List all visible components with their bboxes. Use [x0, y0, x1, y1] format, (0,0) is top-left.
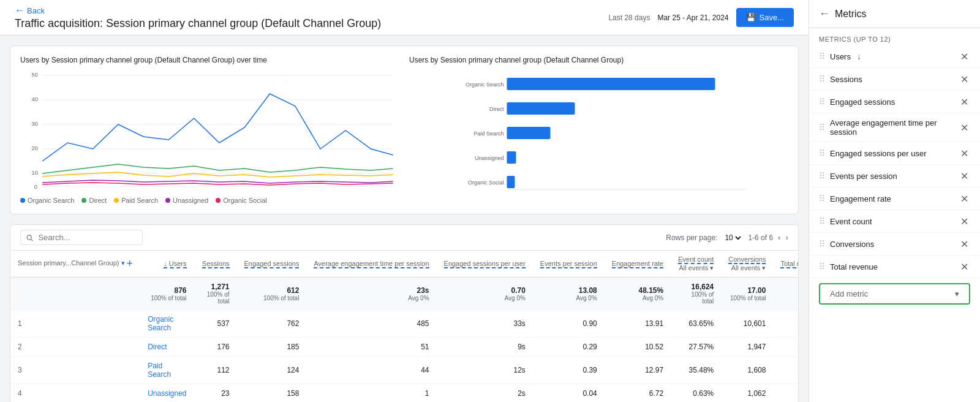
metrics-sidebar: ← Metrics METRICS (UP TO 12) ⠿ Users ↓ ✕… [809, 0, 980, 402]
search-icon [26, 233, 33, 242]
pagination-next[interactable]: › [786, 233, 788, 242]
drag-handle-icon[interactable]: ⠿ [819, 148, 825, 158]
row-users: 176 [194, 338, 237, 357]
rows-per-page-label: Rows per page: [666, 233, 717, 242]
metric-item-2: ⠿ Engaged sessions ✕ [809, 91, 980, 113]
svg-text:01 Apr: 01 Apr [140, 191, 155, 192]
metric-remove-button[interactable]: ✕ [958, 147, 970, 159]
metric-item-7: ⠿ Event count ✕ [809, 210, 980, 233]
col-header-events-per-session[interactable]: Events per session [533, 251, 605, 278]
col-header-conversions[interactable]: Conversions All events ▾ [721, 251, 773, 278]
row-rank: 1 [10, 310, 140, 338]
legend-dot [165, 198, 170, 203]
sidebar-back-arrow-icon[interactable]: ← [819, 7, 830, 20]
svg-text:10: 10 [32, 170, 38, 176]
dimension-sort-icon[interactable]: ▾ [121, 259, 125, 267]
add-col-button[interactable]: + [127, 257, 134, 270]
row-engaged-sessions: 44 [306, 357, 436, 384]
drag-handle-icon[interactable]: ⠿ [819, 171, 825, 181]
col-header-engagement-rate[interactable]: Engagement rate [605, 251, 671, 278]
page-title: Traffic acquisition: Session primary cha… [15, 17, 381, 30]
total-revenue: $0.00 [773, 278, 798, 310]
search-wrap[interactable] [20, 230, 143, 245]
row-avg-engagement: 12s [437, 357, 533, 384]
col-event-count-label: Event count [678, 256, 714, 264]
add-metric-row[interactable]: Add metric ▾ [819, 283, 970, 305]
row-channel[interactable]: Paid Search [140, 357, 194, 384]
col-sessions-label: Sessions [202, 260, 230, 268]
col-header-total-revenue[interactable]: Total revenue [773, 251, 798, 278]
bar-chart-svg: Organic Search Direct Paid Search Unassi… [409, 69, 788, 192]
metric-name: Events per session [830, 172, 897, 181]
metric-item-5: ⠿ Events per session ✕ [809, 165, 980, 188]
metric-remove-button[interactable]: ✕ [958, 260, 970, 273]
line-chart-container: Users by Session primary channel group (… [20, 56, 399, 204]
conversions-filter[interactable]: All events ▾ [728, 264, 766, 272]
table-scroll-container: Session primary...Channel Group) ▾ + ↓ U… [10, 251, 798, 402]
save-button[interactable]: 💾 Save... [736, 8, 794, 27]
metrics-section-label: METRICS (UP TO 12) [809, 28, 980, 45]
drag-handle-icon[interactable]: ⠿ [819, 216, 825, 226]
row-channel[interactable]: Direct [140, 338, 194, 357]
metric-item-3: ⠿ Average engagement time per session ✕ [809, 113, 980, 142]
row-engagement-rate: 27.57% [671, 338, 721, 357]
col-header-engaged-per-user[interactable]: Engaged sessions per user [437, 251, 533, 278]
col-header-engaged-sessions[interactable]: Engaged sessions [237, 251, 307, 278]
drag-handle-icon[interactable]: ⠿ [819, 194, 825, 203]
row-event-count: 1,947 [721, 338, 773, 357]
row-conversions: 0.00 [773, 357, 798, 384]
col-header-avg-engagement[interactable]: Average engagement time per session [306, 251, 436, 278]
col-header-users[interactable]: ↓ Users [140, 251, 194, 278]
row-users: 537 [194, 310, 237, 338]
legend-label: Organic Search [28, 197, 74, 204]
col-total-revenue-label: Total revenue [780, 260, 798, 268]
drag-handle-icon[interactable]: ⠿ [819, 239, 825, 249]
row-engaged-sessions: 485 [306, 310, 436, 338]
pagination-prev[interactable]: ‹ [778, 233, 780, 242]
drag-handle-icon[interactable]: ⠿ [819, 97, 825, 107]
search-input[interactable] [38, 233, 137, 242]
metric-remove-button[interactable]: ✕ [958, 192, 970, 205]
metric-remove-button[interactable]: ✕ [958, 96, 970, 108]
metric-remove-button[interactable]: ✕ [959, 121, 970, 134]
metric-remove-button[interactable]: ✕ [958, 73, 970, 85]
svg-text:50: 50 [32, 72, 38, 78]
col-events-per-session-label: Events per session [540, 260, 597, 268]
svg-text:30: 30 [32, 121, 38, 127]
drag-handle-icon[interactable]: ⠿ [819, 123, 825, 132]
total-engagement-rate: 48.15% Avg 0% [605, 278, 671, 310]
drag-handle-icon[interactable]: ⠿ [819, 262, 825, 271]
metric-remove-button[interactable]: ✕ [958, 170, 970, 182]
metric-left: ⠿ Engaged sessions per user [819, 148, 927, 158]
metric-item-4: ⠿ Engaged sessions per user ✕ [809, 142, 980, 165]
col-header-dimension-label: Session primary...Channel Group) [18, 259, 119, 267]
metric-remove-button[interactable]: ✕ [958, 50, 970, 63]
legend-direct: Direct [81, 197, 107, 204]
rows-per-page-select[interactable]: 10 25 50 [722, 233, 743, 243]
row-engaged-sessions: 51 [306, 338, 436, 357]
svg-text:20: 20 [32, 145, 38, 151]
svg-text:40: 40 [32, 96, 38, 102]
metric-remove-button[interactable]: ✕ [958, 215, 970, 227]
row-channel[interactable]: Organic Search [140, 310, 194, 338]
svg-text:03: 03 [168, 191, 175, 192]
col-header-dimension[interactable]: Session primary...Channel Group) ▾ + [10, 251, 140, 278]
row-sessions: 185 [237, 338, 307, 357]
svg-rect-35 [507, 151, 516, 164]
col-header-event-count[interactable]: Event count All events ▾ [671, 251, 721, 278]
svg-text:Unassigned: Unassigned [475, 155, 504, 161]
row-channel[interactable]: Unassigned [140, 384, 194, 403]
event-count-filter[interactable]: All events ▾ [678, 264, 714, 272]
col-header-sessions[interactable]: Sessions [194, 251, 237, 278]
drag-handle-icon[interactable]: ⠿ [819, 51, 825, 61]
metric-remove-button[interactable]: ✕ [958, 238, 970, 250]
row-event-count: 1,608 [721, 357, 773, 384]
data-table: Session primary...Channel Group) ▾ + ↓ U… [10, 251, 798, 402]
metric-item-1: ⠿ Sessions ✕ [809, 68, 980, 91]
table-toolbar: Rows per page: 10 25 50 1-6 of 6 ‹ › [10, 225, 798, 251]
total-events-per-session: 13.08 Avg 0% [533, 278, 605, 310]
drag-handle-icon[interactable]: ⠿ [819, 74, 825, 84]
back-link[interactable]: ← Back [15, 5, 381, 16]
row-avg-engagement: 2s [437, 384, 533, 403]
add-metric-dropdown-icon[interactable]: ▾ [955, 289, 959, 298]
